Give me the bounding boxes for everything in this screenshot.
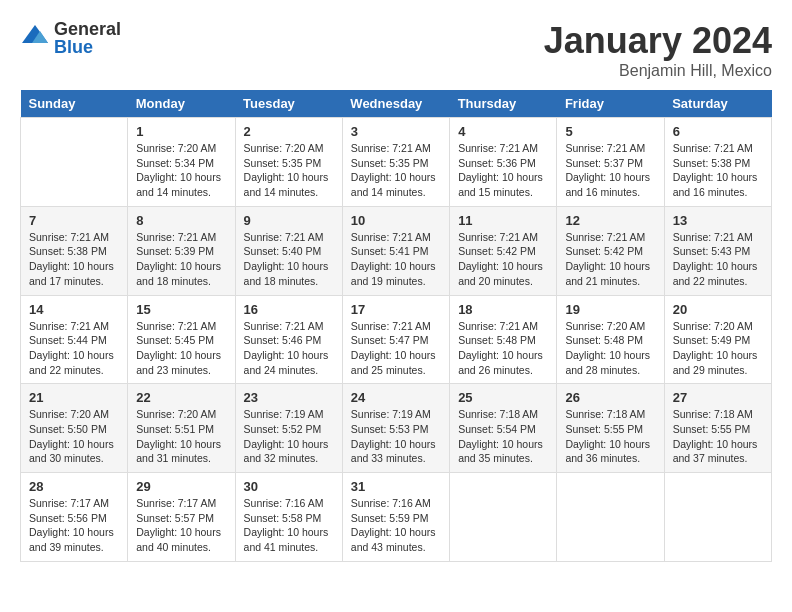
calendar-header-cell: Thursday <box>450 90 557 118</box>
day-number: 18 <box>458 302 548 317</box>
calendar-day-cell: 11Sunrise: 7:21 AMSunset: 5:42 PMDayligh… <box>450 206 557 295</box>
calendar-day-cell: 26Sunrise: 7:18 AMSunset: 5:55 PMDayligh… <box>557 384 664 473</box>
day-info: Sunrise: 7:17 AMSunset: 5:57 PMDaylight:… <box>136 496 226 555</box>
day-info: Sunrise: 7:21 AMSunset: 5:42 PMDaylight:… <box>565 230 655 289</box>
day-info: Sunrise: 7:21 AMSunset: 5:38 PMDaylight:… <box>29 230 119 289</box>
calendar-header: SundayMondayTuesdayWednesdayThursdayFrid… <box>21 90 772 118</box>
day-number: 6 <box>673 124 763 139</box>
calendar-day-cell: 16Sunrise: 7:21 AMSunset: 5:46 PMDayligh… <box>235 295 342 384</box>
day-info: Sunrise: 7:16 AMSunset: 5:59 PMDaylight:… <box>351 496 441 555</box>
calendar-day-cell: 31Sunrise: 7:16 AMSunset: 5:59 PMDayligh… <box>342 473 449 562</box>
day-number: 10 <box>351 213 441 228</box>
calendar-day-cell: 21Sunrise: 7:20 AMSunset: 5:50 PMDayligh… <box>21 384 128 473</box>
day-number: 21 <box>29 390 119 405</box>
day-info: Sunrise: 7:18 AMSunset: 5:55 PMDaylight:… <box>565 407 655 466</box>
calendar-day-cell: 20Sunrise: 7:20 AMSunset: 5:49 PMDayligh… <box>664 295 771 384</box>
day-info: Sunrise: 7:20 AMSunset: 5:48 PMDaylight:… <box>565 319 655 378</box>
day-info: Sunrise: 7:21 AMSunset: 5:38 PMDaylight:… <box>673 141 763 200</box>
day-number: 14 <box>29 302 119 317</box>
day-info: Sunrise: 7:21 AMSunset: 5:48 PMDaylight:… <box>458 319 548 378</box>
day-info: Sunrise: 7:21 AMSunset: 5:37 PMDaylight:… <box>565 141 655 200</box>
day-info: Sunrise: 7:21 AMSunset: 5:44 PMDaylight:… <box>29 319 119 378</box>
calendar-body: 1Sunrise: 7:20 AMSunset: 5:34 PMDaylight… <box>21 118 772 562</box>
day-info: Sunrise: 7:21 AMSunset: 5:35 PMDaylight:… <box>351 141 441 200</box>
day-info: Sunrise: 7:16 AMSunset: 5:58 PMDaylight:… <box>244 496 334 555</box>
day-number: 26 <box>565 390 655 405</box>
calendar-day-cell: 15Sunrise: 7:21 AMSunset: 5:45 PMDayligh… <box>128 295 235 384</box>
calendar-header-cell: Wednesday <box>342 90 449 118</box>
calendar-day-cell: 10Sunrise: 7:21 AMSunset: 5:41 PMDayligh… <box>342 206 449 295</box>
day-info: Sunrise: 7:21 AMSunset: 5:36 PMDaylight:… <box>458 141 548 200</box>
day-info: Sunrise: 7:21 AMSunset: 5:39 PMDaylight:… <box>136 230 226 289</box>
logo-general-text: General <box>54 20 121 38</box>
calendar-day-cell: 6Sunrise: 7:21 AMSunset: 5:38 PMDaylight… <box>664 118 771 207</box>
day-info: Sunrise: 7:20 AMSunset: 5:51 PMDaylight:… <box>136 407 226 466</box>
day-number: 31 <box>351 479 441 494</box>
day-number: 29 <box>136 479 226 494</box>
calendar-day-cell: 23Sunrise: 7:19 AMSunset: 5:52 PMDayligh… <box>235 384 342 473</box>
day-number: 13 <box>673 213 763 228</box>
logo-icon <box>20 23 50 53</box>
day-number: 9 <box>244 213 334 228</box>
calendar-day-cell: 5Sunrise: 7:21 AMSunset: 5:37 PMDaylight… <box>557 118 664 207</box>
day-info: Sunrise: 7:20 AMSunset: 5:50 PMDaylight:… <box>29 407 119 466</box>
day-number: 23 <box>244 390 334 405</box>
day-info: Sunrise: 7:21 AMSunset: 5:40 PMDaylight:… <box>244 230 334 289</box>
day-number: 12 <box>565 213 655 228</box>
day-info: Sunrise: 7:17 AMSunset: 5:56 PMDaylight:… <box>29 496 119 555</box>
calendar-week-row: 1Sunrise: 7:20 AMSunset: 5:34 PMDaylight… <box>21 118 772 207</box>
day-info: Sunrise: 7:21 AMSunset: 5:47 PMDaylight:… <box>351 319 441 378</box>
calendar-day-cell: 25Sunrise: 7:18 AMSunset: 5:54 PMDayligh… <box>450 384 557 473</box>
calendar-header-cell: Monday <box>128 90 235 118</box>
calendar-day-cell: 24Sunrise: 7:19 AMSunset: 5:53 PMDayligh… <box>342 384 449 473</box>
day-number: 8 <box>136 213 226 228</box>
calendar-header-cell: Tuesday <box>235 90 342 118</box>
day-number: 30 <box>244 479 334 494</box>
logo-text: General Blue <box>54 20 121 56</box>
day-number: 4 <box>458 124 548 139</box>
calendar-day-cell: 19Sunrise: 7:20 AMSunset: 5:48 PMDayligh… <box>557 295 664 384</box>
page-header: General Blue January 2024 Benjamin Hill,… <box>20 20 772 80</box>
day-info: Sunrise: 7:21 AMSunset: 5:46 PMDaylight:… <box>244 319 334 378</box>
day-number: 20 <box>673 302 763 317</box>
calendar-day-cell: 8Sunrise: 7:21 AMSunset: 5:39 PMDaylight… <box>128 206 235 295</box>
day-number: 11 <box>458 213 548 228</box>
day-number: 7 <box>29 213 119 228</box>
day-number: 22 <box>136 390 226 405</box>
calendar-header-cell: Saturday <box>664 90 771 118</box>
day-info: Sunrise: 7:21 AMSunset: 5:41 PMDaylight:… <box>351 230 441 289</box>
day-number: 5 <box>565 124 655 139</box>
calendar-week-row: 7Sunrise: 7:21 AMSunset: 5:38 PMDaylight… <box>21 206 772 295</box>
calendar-day-cell: 3Sunrise: 7:21 AMSunset: 5:35 PMDaylight… <box>342 118 449 207</box>
day-info: Sunrise: 7:19 AMSunset: 5:53 PMDaylight:… <box>351 407 441 466</box>
day-info: Sunrise: 7:20 AMSunset: 5:34 PMDaylight:… <box>136 141 226 200</box>
day-info: Sunrise: 7:19 AMSunset: 5:52 PMDaylight:… <box>244 407 334 466</box>
day-info: Sunrise: 7:18 AMSunset: 5:54 PMDaylight:… <box>458 407 548 466</box>
day-number: 19 <box>565 302 655 317</box>
calendar-day-cell <box>664 473 771 562</box>
day-number: 2 <box>244 124 334 139</box>
calendar-day-cell: 4Sunrise: 7:21 AMSunset: 5:36 PMDaylight… <box>450 118 557 207</box>
calendar-header-cell: Friday <box>557 90 664 118</box>
calendar-day-cell: 7Sunrise: 7:21 AMSunset: 5:38 PMDaylight… <box>21 206 128 295</box>
day-number: 27 <box>673 390 763 405</box>
calendar-day-cell: 28Sunrise: 7:17 AMSunset: 5:56 PMDayligh… <box>21 473 128 562</box>
day-info: Sunrise: 7:21 AMSunset: 5:42 PMDaylight:… <box>458 230 548 289</box>
calendar-week-row: 28Sunrise: 7:17 AMSunset: 5:56 PMDayligh… <box>21 473 772 562</box>
calendar-week-row: 21Sunrise: 7:20 AMSunset: 5:50 PMDayligh… <box>21 384 772 473</box>
day-number: 3 <box>351 124 441 139</box>
day-number: 24 <box>351 390 441 405</box>
calendar-day-cell: 2Sunrise: 7:20 AMSunset: 5:35 PMDaylight… <box>235 118 342 207</box>
calendar-header-cell: Sunday <box>21 90 128 118</box>
calendar-day-cell: 17Sunrise: 7:21 AMSunset: 5:47 PMDayligh… <box>342 295 449 384</box>
calendar-table: SundayMondayTuesdayWednesdayThursdayFrid… <box>20 90 772 562</box>
day-number: 1 <box>136 124 226 139</box>
calendar-header-row: SundayMondayTuesdayWednesdayThursdayFrid… <box>21 90 772 118</box>
day-info: Sunrise: 7:21 AMSunset: 5:45 PMDaylight:… <box>136 319 226 378</box>
calendar-day-cell: 27Sunrise: 7:18 AMSunset: 5:55 PMDayligh… <box>664 384 771 473</box>
calendar-day-cell <box>557 473 664 562</box>
day-number: 16 <box>244 302 334 317</box>
day-number: 15 <box>136 302 226 317</box>
title-section: January 2024 Benjamin Hill, Mexico <box>544 20 772 80</box>
day-info: Sunrise: 7:20 AMSunset: 5:35 PMDaylight:… <box>244 141 334 200</box>
